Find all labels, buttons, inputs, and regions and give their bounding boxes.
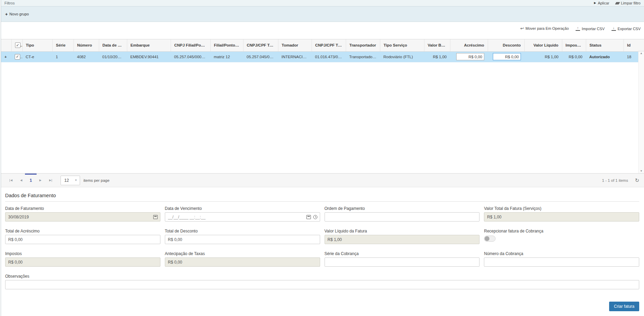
recepcionar-label: Recepcionar fatura de Cobrança bbox=[484, 229, 639, 233]
total-desconto-input[interactable] bbox=[165, 235, 320, 244]
move-icon: ↩ bbox=[520, 26, 524, 30]
cell-valor-bruto: R$ 1,00 bbox=[424, 51, 450, 62]
valor-liquido-input[interactable] bbox=[325, 235, 480, 244]
eraser-icon bbox=[615, 2, 620, 4]
cell-desconto bbox=[488, 51, 524, 62]
export-icon: ↓ bbox=[612, 26, 616, 31]
grid-header-row: ✓ Tipo Série Número Data de Emiss... Emb… bbox=[1, 39, 639, 51]
cell-filial: matriz 12 bbox=[210, 51, 243, 62]
first-page-icon bbox=[10, 179, 10, 182]
refresh-icon[interactable]: ↻ bbox=[635, 177, 639, 184]
filter-titlebar: Filtros ▶ Aplicar Limpar filtro bbox=[1, 0, 644, 7]
page-1-button[interactable]: 1 bbox=[26, 176, 35, 185]
numero-cobranca-label: Número da Cobrança bbox=[484, 251, 639, 256]
col-header-acrescimo[interactable]: Acréscimo bbox=[450, 39, 488, 51]
total-acrescimo-input[interactable] bbox=[5, 235, 160, 244]
col-header-filial[interactable]: Filial/Ponto de O... bbox=[210, 39, 243, 51]
import-csv-button[interactable]: ↑ Importar CSV bbox=[576, 26, 605, 31]
field-total-acrescimo: Total de Acréscimo bbox=[5, 229, 160, 244]
col-header-transportador[interactable]: Transportador bbox=[346, 39, 380, 51]
new-group-button[interactable]: + Novo grupo bbox=[5, 12, 29, 16]
col-header-status[interactable]: Status bbox=[586, 39, 623, 51]
col-header-expand bbox=[1, 39, 11, 51]
billing-form: Data de Faturamento Data de Vencimento bbox=[1, 202, 644, 289]
desconto-input[interactable] bbox=[493, 53, 521, 60]
antecipacao-input[interactable] bbox=[165, 257, 320, 267]
new-group-label: Novo grupo bbox=[10, 12, 29, 16]
grid-vertical-scrollbar[interactable]: ▲ ▼ bbox=[638, 51, 644, 173]
chevron-down-icon: ▼ bbox=[75, 179, 77, 182]
previous-page-button[interactable]: ◀ bbox=[16, 179, 26, 182]
col-header-embarque[interactable]: Embarque bbox=[127, 39, 171, 51]
filters-title: Filtros bbox=[4, 1, 15, 5]
grid-table: ✓ Tipo Série Número Data de Emiss... Emb… bbox=[1, 39, 639, 62]
clear-filter-label: Limpar filtro bbox=[621, 1, 641, 5]
valor-total-input[interactable] bbox=[484, 212, 639, 222]
header-scrollbar-spacer bbox=[638, 39, 644, 51]
field-observacoes: Observações bbox=[5, 274, 639, 289]
data-vencimento-input[interactable] bbox=[165, 212, 320, 222]
export-csv-button[interactable]: ↓ Exportar CSV bbox=[612, 26, 641, 31]
col-header-valor-liquido[interactable]: Valor Líquido bbox=[524, 39, 562, 51]
observacoes-label: Observações bbox=[5, 274, 639, 279]
move-to-operation-button[interactable]: ↩ Mover para Em Operação bbox=[520, 26, 569, 30]
cell-numero: 4082 bbox=[74, 51, 99, 62]
create-invoice-button[interactable]: Criar fatura bbox=[609, 302, 639, 311]
page-size-select[interactable]: 12 ▼ bbox=[61, 176, 80, 185]
serie-cobranca-label: Série da Cobrança bbox=[325, 251, 480, 256]
col-header-data-emissao[interactable]: Data de Emiss... bbox=[99, 39, 127, 51]
import-csv-label: Importar CSV bbox=[582, 27, 605, 31]
impostos-input[interactable] bbox=[5, 257, 160, 267]
export-csv-label: Exportar CSV bbox=[618, 27, 641, 31]
scrollbar-down-icon[interactable]: ▼ bbox=[640, 170, 643, 173]
data-vencimento-label: Data de Vencimento bbox=[165, 206, 320, 211]
col-header-valor-bruto[interactable]: Valor Bruto bbox=[424, 39, 450, 51]
clock-icon[interactable] bbox=[313, 215, 317, 219]
scrollbar-up-icon[interactable]: ▲ bbox=[640, 52, 643, 55]
ordem-pagamento-label: Ordem de Pagamento bbox=[325, 206, 480, 211]
select-all-checkbox[interactable]: ✓ bbox=[15, 42, 21, 48]
col-header-cnpj-transp[interactable]: CNPJ/CPF Transp... bbox=[312, 39, 346, 51]
col-header-serie[interactable]: Série bbox=[52, 39, 74, 51]
col-header-cnpj-filial[interactable]: CNPJ Filial/Ponto de ... bbox=[171, 39, 210, 51]
table-row[interactable]: + ✓ CT-e 1 4082 01/10/2018 11:07 EMBDEV.… bbox=[1, 51, 639, 62]
apply-filter-button[interactable]: ▶ Aplicar bbox=[594, 1, 609, 5]
field-data-faturamento: Data de Faturamento bbox=[5, 206, 160, 222]
first-page-button[interactable]: ◀ bbox=[6, 179, 16, 182]
row-checkbox[interactable]: ✓ bbox=[15, 54, 20, 60]
cell-tipo: CT-e bbox=[22, 51, 52, 62]
items-per-page-label: items per page bbox=[83, 178, 109, 182]
col-header-cnpj-tomador[interactable]: CNPJ/CPF Tomador bbox=[243, 39, 278, 51]
expand-row-button[interactable]: + bbox=[1, 51, 11, 62]
cell-valor-liquido: R$ 1,00 bbox=[524, 51, 562, 62]
valor-total-label: Valor Total da Fatura (Serviços) bbox=[484, 206, 639, 211]
cell-cnpj-tomador: 05.257.045/0001-60 bbox=[243, 51, 278, 62]
valor-liquido-label: Valor Líquido da Fatura bbox=[325, 229, 480, 233]
col-header-tomador[interactable]: Tomador bbox=[278, 39, 312, 51]
recepcionar-toggle[interactable] bbox=[484, 236, 496, 242]
serie-cobranca-input[interactable] bbox=[325, 257, 480, 267]
field-ordem-pagamento: Ordem de Pagamento bbox=[325, 206, 480, 222]
col-header-impostos[interactable]: Impostos bbox=[562, 39, 586, 51]
calendar-icon[interactable] bbox=[153, 215, 158, 219]
last-page-icon bbox=[52, 179, 52, 182]
field-data-vencimento: Data de Vencimento bbox=[165, 206, 320, 222]
cell-tomador: INTERNACIONAL E ... bbox=[278, 51, 312, 62]
col-header-tipo[interactable]: Tipo bbox=[22, 39, 52, 51]
last-page-button[interactable]: ▶ bbox=[45, 179, 56, 182]
numero-cobranca-input[interactable] bbox=[484, 257, 639, 267]
cell-embarque: EMBDEV.90441 bbox=[127, 51, 171, 62]
calendar-icon[interactable] bbox=[306, 215, 311, 219]
col-header-id[interactable]: Id bbox=[623, 39, 639, 51]
acrescimo-input[interactable] bbox=[456, 53, 484, 60]
col-header-desconto[interactable]: Desconto bbox=[488, 39, 524, 51]
data-faturamento-input[interactable] bbox=[5, 212, 160, 222]
clear-filter-button[interactable]: Limpar filtro bbox=[616, 1, 641, 5]
col-header-numero[interactable]: Número bbox=[74, 39, 99, 51]
next-page-button[interactable]: ▶ bbox=[35, 179, 45, 182]
move-to-operation-label: Mover para Em Operação bbox=[526, 26, 569, 30]
field-valor-liquido: Valor Líquido da Fatura bbox=[325, 229, 480, 244]
col-header-tipo-servico[interactable]: Tipo Serviço bbox=[380, 39, 424, 51]
ordem-pagamento-input[interactable] bbox=[325, 212, 480, 222]
observacoes-input[interactable] bbox=[5, 280, 639, 289]
